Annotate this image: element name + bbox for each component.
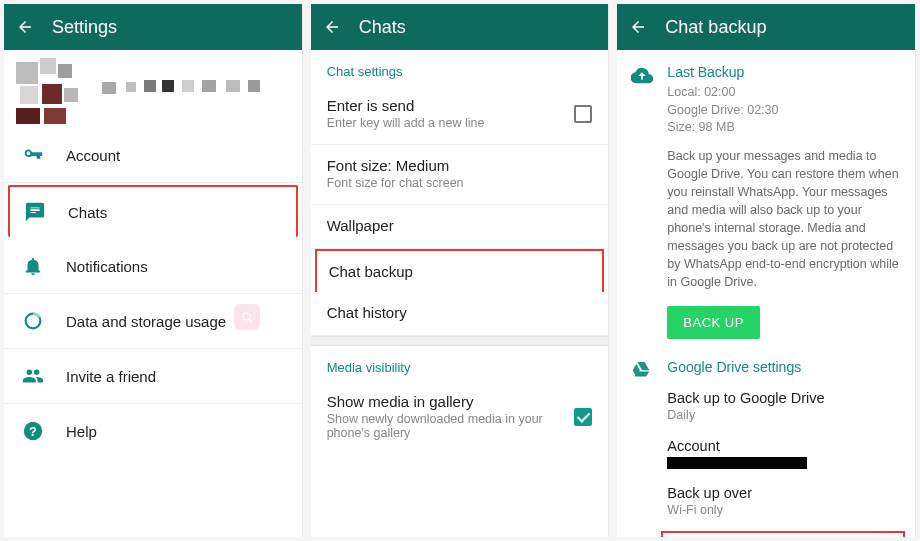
enter-is-send-label: Enter is send [327,97,565,114]
font-size-desc: Font size for chat screen [327,176,593,190]
google-drive-icon [631,359,651,379]
enter-is-send-checkbox[interactable] [574,105,592,123]
setting-font-size[interactable]: Font size: Medium Font size for chat scr… [311,145,609,205]
menu-account-label: Account [66,147,120,164]
show-media-label: Show media in gallery [327,393,565,410]
help-icon: ? [22,420,44,442]
menu-account[interactable]: Account [4,128,302,183]
chats-title: Chats [359,17,406,38]
cloud-upload-icon [631,64,653,86]
menu-notifications-label: Notifications [66,258,148,275]
wallpaper-label: Wallpaper [327,217,593,234]
section-chat-settings: Chat settings [311,50,609,85]
setting-include-videos[interactable]: Include videos [661,531,905,538]
last-backup-section: Last Backup Local: 02:00 Google Drive: 0… [617,60,915,351]
menu-help[interactable]: ? Help [4,404,302,458]
chats-header: Chats [311,4,609,50]
svg-text:?: ? [29,424,37,439]
menu-invite[interactable]: Invite a friend [4,349,302,404]
gd-settings-section: Google Drive settings [617,355,915,382]
menu-notifications[interactable]: Notifications [4,239,302,294]
chat-backup-panel: Chat backup Last Backup Local: 02:00 Goo… [617,4,916,537]
profile-area[interactable] [4,50,302,128]
menu-chats-label: Chats [68,204,107,221]
bell-icon [22,255,44,277]
backup-to-gd-label: Back up to Google Drive [667,390,901,406]
setting-chat-history[interactable]: Chat history [311,292,609,336]
menu-chats[interactable]: Chats [8,185,298,237]
backup-description: Back up your messages and media to Googl… [667,147,901,292]
backup-size: Size: 98 MB [667,119,901,137]
account-value-redacted [667,457,807,469]
show-media-checkbox[interactable] [574,408,592,426]
section-media-visibility: Media visibility [311,346,609,381]
font-size-label: Font size: Medium [327,157,593,174]
backup-title: Chat backup [665,17,766,38]
people-icon [22,365,44,387]
profile-pixelated [16,58,276,124]
chat-icon [24,201,46,223]
chats-body: Chat settings Enter is send Enter key wi… [311,50,609,537]
watermark-icon [234,304,260,330]
backup-to-gd-value: Daily [667,408,901,422]
backup-header: Chat backup [617,4,915,50]
settings-header: Settings [4,4,302,50]
backup-over-value: Wi-Fi only [667,503,901,517]
backup-body: Last Backup Local: 02:00 Google Drive: 0… [617,50,915,537]
last-backup-title: Last Backup [667,64,901,80]
menu-invite-label: Invite a friend [66,368,156,385]
backup-button[interactable]: BACK UP [667,306,760,339]
settings-title: Settings [52,17,117,38]
back-arrow-icon[interactable] [323,18,341,36]
chats-panel: Chats Chat settings Enter is send Enter … [311,4,610,537]
backup-over-label: Back up over [667,485,901,501]
setting-show-media[interactable]: Show media in gallery Show newly downloa… [311,381,609,454]
show-media-desc: Show newly downloaded media in your phon… [327,412,565,440]
settings-body: Account Chats Notifications Data and sto… [4,50,302,537]
backup-gdrive: Google Drive: 02:30 [667,102,901,120]
settings-panel: Settings [4,4,303,537]
setting-backup-over[interactable]: Back up over Wi-Fi only [617,477,915,525]
menu-data-usage[interactable]: Data and storage usage [4,294,302,349]
key-icon [22,144,44,166]
chat-history-label: Chat history [327,304,593,321]
section-divider [311,336,609,346]
setting-backup-to-gd[interactable]: Back up to Google Drive Daily [617,382,915,430]
enter-is-send-desc: Enter key will add a new line [327,116,565,130]
menu-help-label: Help [66,423,97,440]
gd-settings-title: Google Drive settings [667,359,901,375]
chat-backup-label: Chat backup [329,263,591,280]
setting-wallpaper[interactable]: Wallpaper [311,205,609,249]
back-arrow-icon[interactable] [629,18,647,36]
setting-account[interactable]: Account [617,430,915,477]
backup-local: Local: 02:00 [667,84,901,102]
setting-enter-is-send[interactable]: Enter is send Enter key will add a new l… [311,85,609,145]
menu-data-label: Data and storage usage [66,313,226,330]
data-usage-icon [22,310,44,332]
account-label: Account [667,438,901,454]
svg-point-1 [243,313,250,320]
back-arrow-icon[interactable] [16,18,34,36]
setting-chat-backup[interactable]: Chat backup [315,249,605,292]
